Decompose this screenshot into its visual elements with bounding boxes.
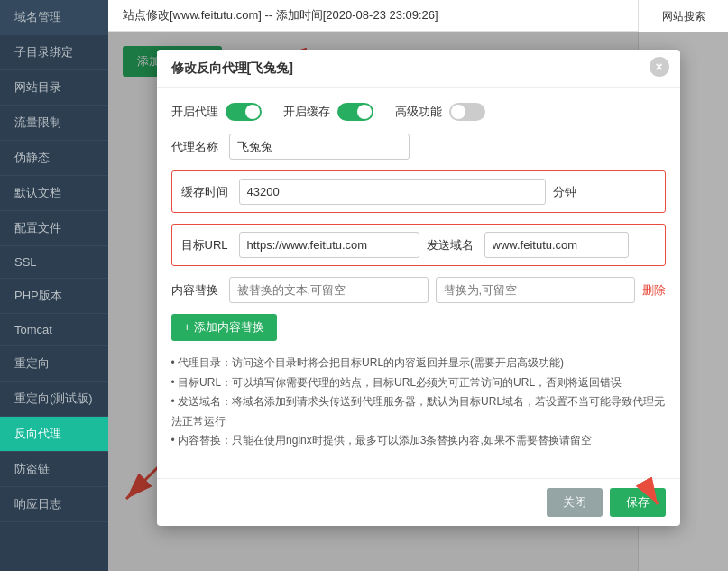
- toggle-cache-label: 开启缓存: [283, 104, 330, 120]
- sidebar-item-redirect[interactable]: 重定向: [0, 346, 108, 382]
- cache-duration-input[interactable]: [239, 179, 546, 205]
- sidebar-item-hotlink[interactable]: 防盗链: [0, 452, 108, 487]
- save-button[interactable]: 保存: [610, 488, 666, 517]
- note-2: 目标URL：可以填写你需要代理的站点，目标URL必须为可正常访问的URL，否则将…: [171, 373, 666, 393]
- target-url-row: 目标URL 发送域名: [181, 232, 656, 258]
- delete-replace-link[interactable]: 删除: [642, 282, 666, 299]
- content-replace-label: 内容替换: [171, 282, 222, 299]
- sidebar-item-reverse-proxy[interactable]: 反向代理: [0, 417, 108, 452]
- sidebar-item-domain[interactable]: 域名管理: [0, 0, 108, 35]
- toggle-row: 开启代理 开启缓存 高级功能: [171, 103, 666, 121]
- target-url-highlight: 目标URL 发送域名: [171, 224, 666, 266]
- replace-to-input[interactable]: [436, 277, 635, 303]
- sidebar-item-configfile[interactable]: 配置文件: [0, 211, 108, 246]
- modal-title: 修改反向代理[飞兔兔]: [171, 60, 293, 75]
- toggle-advanced-label: 高级功能: [395, 104, 442, 120]
- proxy-name-row: 代理名称: [171, 134, 666, 160]
- replace-from-input[interactable]: [229, 277, 429, 303]
- sidebar-item-redirect-test[interactable]: 重定向(测试版): [0, 382, 108, 417]
- note-4: 内容替换：只能在使用nginx时提供，最多可以添加3条替换内容,如果不需要替换请…: [171, 431, 666, 451]
- proxy-name-label: 代理名称: [171, 139, 222, 155]
- proxy-name-input[interactable]: [229, 134, 410, 160]
- target-url-input[interactable]: [239, 232, 419, 258]
- modal-overlay: 修改反向代理[飞兔兔] × 开启代理 开启缓存: [108, 32, 728, 571]
- toggle-proxy-label: 开启代理: [171, 104, 218, 120]
- modal-footer: 关闭 保存: [157, 478, 680, 526]
- toggle-cache-switch[interactable]: [337, 103, 373, 121]
- note-1: 代理目录：访问这个目录时将会把目标URL的内容返回并显示(需要开启高级功能): [171, 354, 666, 373]
- sidebar-item-php[interactable]: PHP版本: [0, 279, 108, 314]
- toggle-proxy-switch[interactable]: [226, 103, 262, 121]
- toggle-advanced: 高级功能: [395, 103, 485, 121]
- target-url-label: 目标URL: [181, 237, 232, 253]
- sidebar-item-static[interactable]: 伪静态: [0, 141, 108, 176]
- topbar-title: 站点修改[www.feitutu.com] -- 添加时间[2020-08-23…: [123, 7, 438, 23]
- topbar: 站点修改[www.feitutu.com] -- 添加时间[2020-08-23…: [108, 0, 728, 32]
- close-button[interactable]: 关闭: [547, 488, 603, 517]
- modal: 修改反向代理[飞兔兔] × 开启代理 开启缓存: [157, 50, 680, 526]
- toggle-advanced-switch[interactable]: [449, 103, 485, 121]
- note-3: 发送域名：将域名添加到请求头传送到代理服务器，默认为目标URL域名，若设置不当可…: [171, 392, 666, 431]
- sidebar-item-response-log[interactable]: 响应日志: [0, 487, 108, 522]
- right-panel-label: 网站搜索: [662, 9, 705, 24]
- main-content: 站点修改[www.feitutu.com] -- 添加时间[2020-08-23…: [108, 0, 728, 571]
- send-domain-label: 发送域名: [427, 237, 477, 253]
- toggle-proxy: 开启代理: [171, 103, 262, 121]
- sidebar-item-ssl[interactable]: SSL: [0, 246, 108, 279]
- sidebar: 域名管理 子目录绑定 网站目录 流量限制 伪静态 默认文档 配置文件 SSL P…: [0, 0, 108, 571]
- modal-body: 开启代理 开启缓存 高级功能 代: [157, 88, 680, 478]
- cache-duration-row: 缓存时间 分钟: [181, 179, 656, 205]
- sidebar-item-webdir[interactable]: 网站目录: [0, 70, 108, 106]
- cache-duration-label: 缓存时间: [181, 184, 232, 200]
- content-replace-row: 内容替换 删除: [171, 277, 666, 303]
- add-replace-button[interactable]: + 添加内容替换: [171, 314, 277, 341]
- sidebar-item-subdir[interactable]: 子目录绑定: [0, 35, 108, 70]
- modal-header: 修改反向代理[飞兔兔] ×: [157, 50, 680, 88]
- sidebar-item-tomcat[interactable]: Tomcat: [0, 314, 108, 346]
- cache-duration-highlight: 缓存时间 分钟: [171, 170, 666, 213]
- sidebar-item-defaultdoc[interactable]: 默认文档: [0, 176, 108, 211]
- sidebar-item-traffic[interactable]: 流量限制: [0, 106, 108, 141]
- content-area: 添加反向代理 修改反向代理[飞兔兔] ×: [108, 32, 728, 571]
- send-domain-input[interactable]: [484, 232, 629, 258]
- cache-duration-unit: 分钟: [553, 184, 576, 200]
- toggle-cache: 开启缓存: [283, 103, 373, 121]
- notes-section: 代理目录：访问这个目录时将会把目标URL的内容返回并显示(需要开启高级功能) 目…: [171, 354, 666, 451]
- modal-close-button[interactable]: ×: [650, 57, 669, 77]
